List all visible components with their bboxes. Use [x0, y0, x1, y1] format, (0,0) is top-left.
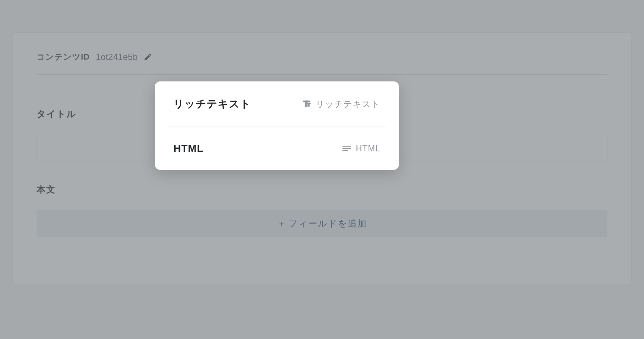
modal-option-richtext[interactable]: リッチテキスト リッチテキスト [155, 81, 399, 127]
option-type-html: HTML [342, 143, 380, 154]
option-title-richtext: リッチテキスト [173, 97, 251, 111]
text-format-icon [302, 99, 312, 109]
option-type-label-html: HTML [356, 144, 380, 154]
modal-overlay[interactable]: リッチテキスト リッチテキスト HTML [0, 0, 644, 339]
option-type-richtext: リッチテキスト [302, 98, 380, 110]
modal-option-html[interactable]: HTML HTML [155, 127, 399, 170]
option-type-label-richtext: リッチテキスト [316, 98, 380, 110]
lines-icon [342, 143, 352, 154]
option-title-html: HTML [173, 142, 204, 154]
field-type-modal: リッチテキスト リッチテキスト HTML [155, 81, 399, 170]
